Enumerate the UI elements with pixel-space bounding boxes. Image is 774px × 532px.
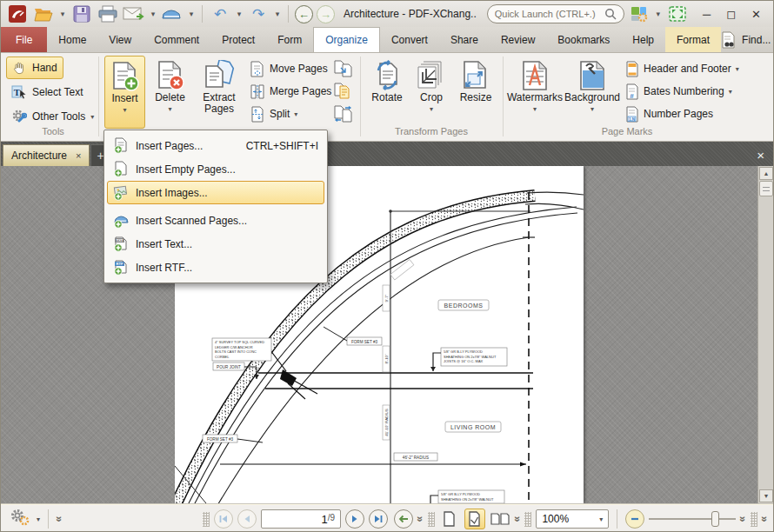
statusbar-overflow-chevron-icon[interactable]: » bbox=[758, 516, 771, 522]
tab-bookmarks[interactable]: Bookmarks bbox=[546, 27, 621, 52]
scroll-down-button[interactable]: ▼ bbox=[759, 489, 773, 502]
menu-item-insert-rtf[interactable]: RTF Insert RTF... bbox=[107, 256, 324, 279]
statusbar-options-icon[interactable] bbox=[8, 508, 32, 530]
toolbar-drag-handle[interactable] bbox=[428, 512, 435, 527]
back-view-button[interactable]: ← bbox=[295, 5, 313, 23]
menu-item-insert-empty-pages[interactable]: Insert Empty Pages... bbox=[107, 157, 324, 181]
vertical-scrollbar[interactable]: ▲ ▼ bbox=[757, 166, 773, 503]
extract-pages-button[interactable]: Extract Pages bbox=[196, 56, 243, 129]
document-tab-architecture[interactable]: Architecture × bbox=[3, 144, 90, 166]
find-icon[interactable] bbox=[721, 31, 737, 49]
open-file-icon[interactable] bbox=[32, 3, 55, 24]
tab-home[interactable]: Home bbox=[47, 27, 97, 52]
undo-caret-icon[interactable]: ▾ bbox=[235, 10, 244, 18]
scrollbar-thumb[interactable] bbox=[759, 181, 773, 196]
move-pages-button[interactable]: Move Pages bbox=[250, 59, 328, 78]
close-button[interactable]: ✕ bbox=[751, 8, 761, 21]
insert-button[interactable]: Insert ▾ bbox=[104, 56, 145, 129]
svg-text:LEDGER C/W ANCHOR: LEDGER C/W ANCHOR bbox=[215, 345, 253, 349]
redo-caret-icon[interactable]: ▾ bbox=[273, 10, 282, 18]
minimize-button[interactable]: ─ bbox=[703, 8, 711, 21]
select-text-button[interactable]: T Select Text bbox=[6, 81, 88, 103]
duplicate-pages-button[interactable] bbox=[333, 59, 354, 78]
next-page-button[interactable] bbox=[345, 509, 364, 529]
quick-launch-input[interactable]: Quick Launch (CTRL+.) bbox=[487, 4, 624, 23]
email-caret-icon[interactable]: ▾ bbox=[149, 10, 157, 18]
save-icon[interactable] bbox=[70, 3, 93, 24]
other-tools-button[interactable]: Other Tools ▾ bbox=[6, 105, 99, 128]
maximize-button[interactable]: ◻ bbox=[726, 8, 736, 21]
zoom-overflow-chevron-icon[interactable]: » bbox=[737, 516, 750, 522]
two-pages-layout-button[interactable] bbox=[490, 509, 510, 529]
last-page-button[interactable] bbox=[369, 509, 388, 529]
tab-review[interactable]: Review bbox=[490, 27, 546, 52]
tab-convert[interactable]: Convert bbox=[380, 27, 439, 52]
scan-caret-icon[interactable]: ▾ bbox=[187, 10, 196, 18]
scroll-up-button[interactable]: ▲ bbox=[759, 167, 773, 180]
single-page-layout-button[interactable] bbox=[439, 509, 460, 529]
fullscreen-icon[interactable] bbox=[666, 3, 689, 24]
tab-help[interactable]: Help bbox=[621, 27, 665, 52]
tab-comment[interactable]: Comment bbox=[143, 27, 210, 52]
merge-pages-button[interactable]: Merge Pages bbox=[250, 82, 331, 101]
bates-numbering-button[interactable]: # Bates Numbering ▾ bbox=[625, 82, 732, 101]
view-history-chevron-icon[interactable]: » bbox=[414, 516, 426, 522]
background-button[interactable]: Background ▾ bbox=[564, 56, 620, 129]
toolbar-drag-handle[interactable] bbox=[751, 512, 757, 527]
tab-format[interactable]: Format bbox=[665, 27, 721, 52]
continuous-layout-button[interactable] bbox=[464, 509, 485, 529]
resize-icon bbox=[461, 60, 490, 91]
tab-form[interactable]: Form bbox=[266, 27, 313, 52]
split-button[interactable]: Split ▾ bbox=[250, 104, 297, 123]
rotate-button[interactable]: Rotate bbox=[365, 56, 409, 129]
watermarks-button[interactable]: Watermarks ▾ bbox=[508, 56, 562, 129]
zoom-level-select[interactable]: 100% ▾ bbox=[536, 509, 609, 529]
zoom-slider[interactable] bbox=[649, 518, 736, 520]
header-and-footer-button[interactable]: Header and Footer ▾ bbox=[625, 59, 739, 78]
previous-page-button[interactable] bbox=[237, 509, 257, 529]
menu-item-insert-text[interactable]: TXT Insert Text... bbox=[107, 232, 324, 256]
number-pages-button[interactable]: 1.N Number Pages bbox=[625, 104, 713, 123]
redo-icon[interactable]: ↷ bbox=[247, 3, 270, 24]
tab-protect[interactable]: Protect bbox=[210, 27, 266, 52]
zoom-slider-handle[interactable] bbox=[711, 511, 719, 527]
replace-pages-button[interactable] bbox=[333, 82, 354, 101]
forward-view-button[interactable]: → bbox=[317, 5, 335, 23]
page-number-field[interactable]: 1 /9 bbox=[261, 509, 341, 529]
print-icon[interactable] bbox=[97, 3, 119, 24]
ui-options-caret-icon[interactable]: ▾ bbox=[654, 10, 663, 18]
document-tab-close-icon[interactable]: × bbox=[76, 150, 81, 161]
layout-overflow-chevron-icon[interactable]: » bbox=[511, 516, 524, 522]
statusbar-options-caret-icon[interactable]: ▾ bbox=[37, 515, 40, 523]
email-icon[interactable] bbox=[123, 3, 145, 24]
toolbar-drag-handle[interactable] bbox=[203, 512, 210, 527]
undo-icon[interactable]: ↶ bbox=[209, 3, 231, 24]
exchange-pages-button[interactable] bbox=[333, 104, 354, 123]
menu-item-insert-scanned-pages[interactable]: Insert Scanned Pages... bbox=[107, 209, 324, 232]
resize-button[interactable]: Resize bbox=[454, 56, 497, 129]
tab-organize[interactable]: Organize bbox=[313, 27, 380, 52]
tab-share[interactable]: Share bbox=[439, 27, 490, 52]
overflow-chevron-icon[interactable]: » bbox=[53, 516, 65, 522]
menu-item-insert-pages[interactable]: Insert Pages... CTRL+SHIFT+I bbox=[107, 134, 324, 157]
scan-icon[interactable] bbox=[161, 3, 183, 24]
first-page-button[interactable] bbox=[214, 509, 233, 529]
ui-options-icon[interactable] bbox=[628, 3, 651, 24]
rotate-label: Rotate bbox=[371, 92, 402, 103]
zoom-out-button[interactable] bbox=[625, 509, 644, 529]
crop-button[interactable]: Crop ▾ bbox=[412, 56, 450, 129]
total-pages: /9 bbox=[328, 513, 335, 522]
tab-view[interactable]: View bbox=[97, 27, 143, 52]
tab-file[interactable]: File bbox=[1, 27, 47, 52]
open-file-caret-icon[interactable]: ▾ bbox=[58, 10, 67, 18]
find-label[interactable]: Find... bbox=[742, 34, 771, 46]
header-footer-caret-icon: ▾ bbox=[736, 65, 739, 73]
toolbar-drag-handle[interactable] bbox=[524, 512, 531, 527]
menu-item-insert-images[interactable]: Insert Images... bbox=[107, 181, 324, 204]
duplicate-pages-icon bbox=[333, 60, 354, 77]
hand-tool-button[interactable]: Hand bbox=[6, 57, 63, 79]
previous-view-button[interactable] bbox=[394, 509, 413, 529]
delete-button[interactable]: Delete ▾ bbox=[150, 56, 190, 129]
window-title: Architecture - PDF-XChang.. bbox=[344, 8, 477, 20]
close-document-icon[interactable]: × bbox=[757, 148, 773, 166]
